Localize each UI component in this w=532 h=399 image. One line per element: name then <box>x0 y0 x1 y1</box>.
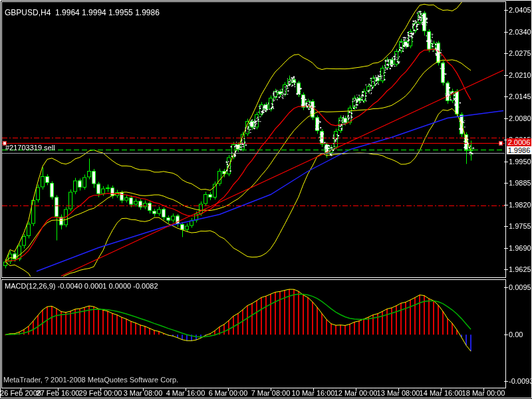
price-axis-label: 1.9820 <box>509 201 531 209</box>
time-axis-label: 18 Mar 00:00 <box>462 390 505 397</box>
time-axis-label: 4 Mar 16:00 <box>166 390 205 397</box>
time-axis-label: 13 Mar 08:00 <box>377 390 420 397</box>
time-axis-label: 12 Mar 00:00 <box>334 390 378 397</box>
time-axis-label: 10 Mar 16:00 <box>292 390 335 397</box>
time-axis-label: 6 Mar 00:00 <box>209 390 248 397</box>
price-axis-label: 1.9755 <box>509 223 531 230</box>
time-axis-label: 3 Mar 08:00 <box>124 390 163 397</box>
macd-axis-label: -0.0093 <box>509 378 532 385</box>
bid-price-tag: 1.9986 <box>507 146 531 154</box>
price-axis-label: 2.0340 <box>509 29 531 36</box>
price-axis-label: 2.0080 <box>509 115 531 122</box>
time-axis-label: 29 Feb 00:00 <box>79 390 122 397</box>
price-chart-canvas[interactable] <box>0 0 532 399</box>
macd-indicator-label: MACD(12,26,9) -0.0040 0.0001 0.0000 -0.0… <box>5 282 158 290</box>
price-axis-label: 2.0210 <box>509 72 531 79</box>
order-sell-label: #21703319 sell <box>5 144 55 152</box>
price-axis-label: 1.9690 <box>509 245 531 252</box>
price-axis-label: 2.0145 <box>509 93 531 100</box>
time-axis-label: 26 Feb 2008 <box>0 390 41 397</box>
macd-axis-label: 0.0095 <box>509 284 531 291</box>
price-axis-label: 1.9950 <box>509 158 531 166</box>
price-axis-label: 2.0405 <box>509 7 531 14</box>
order-price-tag: 2.0006 <box>507 138 531 146</box>
price-axis-label: 1.9625 <box>509 266 531 273</box>
time-axis-label: 14 Mar 16:00 <box>420 390 463 397</box>
chart-title: GBPUSD,H4 1.9964 1.9994 1.9955 1.9986 <box>5 9 160 17</box>
copyright-text: MetaTrader, ? 2001-2008 MetaQuotes Softw… <box>3 376 178 384</box>
macd-axis-label: 0.00 <box>509 331 523 338</box>
time-axis-label: 7 Mar 08:00 <box>251 390 291 397</box>
time-axis-label: 27 Feb 16:00 <box>37 390 80 397</box>
price-axis-label: 2.0275 <box>509 50 531 57</box>
chart-window: GBPUSD,H4 1.9964 1.9994 1.9955 1.9986 #2… <box>0 0 532 399</box>
price-axis-label: 1.9885 <box>509 180 531 187</box>
